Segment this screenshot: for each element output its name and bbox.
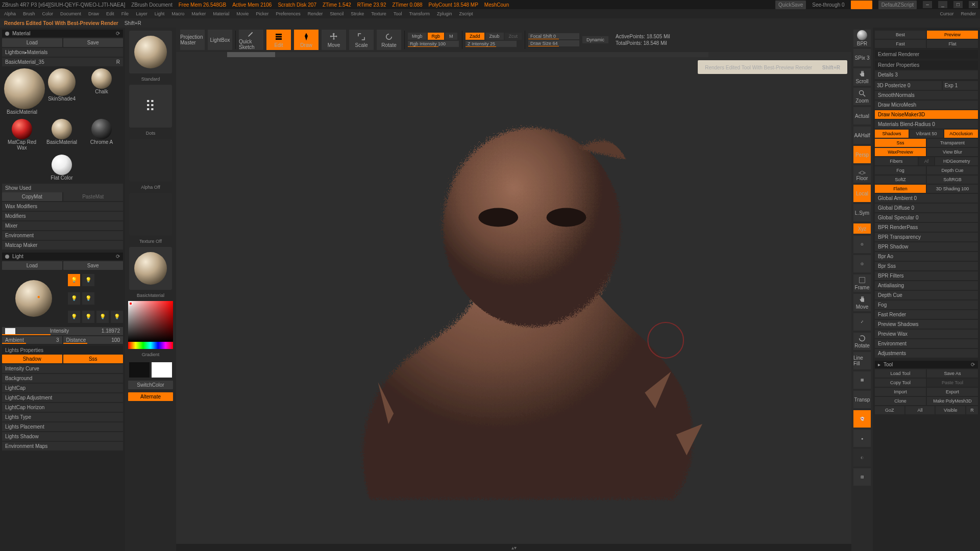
- goz-r-button[interactable]: R: [966, 406, 978, 414]
- import-button[interactable]: Import: [875, 388, 926, 396]
- hdgeo-toggle[interactable]: HDGeometry: [935, 157, 978, 165]
- flat-button[interactable]: Flat: [927, 40, 978, 48]
- section-depthcue[interactable]: Depth Cue: [875, 291, 978, 299]
- export-button[interactable]: Export: [927, 388, 978, 396]
- dynamic-button[interactable]: Dynamic: [582, 36, 608, 43]
- flatten-toggle[interactable]: Flatten: [875, 185, 926, 193]
- fibers-toggle[interactable]: Fibers: [875, 157, 918, 165]
- section-lightcap[interactable]: LightCap: [2, 384, 123, 392]
- rgb-button[interactable]: Rgb: [428, 33, 445, 40]
- goz-all-button[interactable]: All: [905, 406, 935, 414]
- aahalf-button[interactable]: AAHalf: [853, 127, 871, 144]
- render-properties[interactable]: Render Properties: [875, 61, 978, 69]
- move-mode-button[interactable]: Move: [322, 30, 346, 50]
- tool-refresh-icon[interactable]: ⟳: [971, 362, 975, 367]
- section-mixer[interactable]: Mixer: [2, 221, 123, 230]
- section-modifiers[interactable]: Modifiers: [2, 212, 123, 220]
- material-thumb[interactable]: [129, 247, 172, 290]
- polyf-button[interactable]: ▨: [853, 468, 871, 486]
- hue-strip[interactable]: [128, 342, 173, 349]
- menu-tool[interactable]: Tool: [394, 11, 402, 16]
- sss-toggle[interactable]: Sss: [63, 355, 124, 363]
- vibrant-slider[interactable]: Vibrant 50: [910, 130, 943, 138]
- alpha-thumb[interactable]: [129, 139, 172, 182]
- material-swatch[interactable]: Chalk: [84, 68, 119, 115]
- close-icon[interactable]: ✕: [969, 1, 978, 8]
- make-polymesh-button[interactable]: Make PolyMesh3D: [927, 397, 978, 405]
- pastemat-button[interactable]: PasteMat: [63, 192, 124, 201]
- menu-light[interactable]: Light: [155, 11, 165, 16]
- secondary-color-swatch[interactable]: [129, 362, 150, 378]
- section-preview-wax[interactable]: Preview Wax: [875, 330, 978, 338]
- maximize-icon[interactable]: □: [953, 1, 963, 8]
- spix-slider[interactable]: SPix 3: [853, 49, 871, 66]
- brush-thumb[interactable]: [129, 31, 172, 73]
- tool-collapse-icon[interactable]: ▸: [878, 362, 880, 367]
- color-picker[interactable]: [128, 301, 173, 349]
- goz-visible-button[interactable]: Visible: [936, 406, 965, 414]
- section-environment-maps[interactable]: Environment Maps: [2, 442, 123, 450]
- material-swatch[interactable]: BasicMaterial: [44, 119, 80, 151]
- canvas-footer[interactable]: ▴▾: [176, 544, 851, 551]
- rotate-button[interactable]: Rotate: [853, 333, 871, 350]
- lightbox-materials-button[interactable]: Lightbox▸Materials: [2, 48, 123, 57]
- sss-toggle[interactable]: Sss: [875, 139, 926, 147]
- shadow-toggle[interactable]: Shadow: [2, 355, 62, 363]
- ambient-slider[interactable]: Ambient3: [2, 336, 62, 344]
- material-swatch[interactable]: Chrome A: [84, 119, 119, 151]
- light-7-toggle[interactable]: 💡: [96, 311, 109, 323]
- light-8-toggle[interactable]: 💡: [111, 311, 123, 323]
- intensity-curve-button[interactable]: Intensity Curve: [2, 364, 123, 373]
- floor-button[interactable]: Floor: [853, 165, 871, 183]
- move-button[interactable]: Move: [853, 294, 871, 311]
- fast-button[interactable]: Fast: [875, 40, 926, 48]
- texture-thumb[interactable]: [129, 193, 172, 236]
- details-slider[interactable]: Details 3: [875, 70, 978, 79]
- section-lightcap-horizon[interactable]: LightCap Horizon: [2, 403, 123, 412]
- solo-button[interactable]: ●: [853, 430, 871, 447]
- paste-tool-button[interactable]: Paste Tool: [927, 379, 978, 387]
- right-cursor[interactable]: Cursor: [940, 11, 953, 16]
- tool-panel-header[interactable]: ▸ Tool ⟳: [875, 361, 978, 368]
- section-environment[interactable]: Environment: [2, 231, 123, 240]
- clone-button[interactable]: Clone: [875, 397, 926, 405]
- waxpreview-toggle[interactable]: WaxPreview: [875, 148, 926, 156]
- goz-button[interactable]: GoZ: [875, 406, 904, 414]
- section-bpr-filters[interactable]: BPR Filters: [875, 271, 978, 280]
- menu-color[interactable]: Color: [42, 11, 54, 16]
- draw-size-slider[interactable]: Draw Size 64: [528, 40, 579, 46]
- minimize-icon[interactable]: _: [938, 1, 947, 8]
- actual-button[interactable]: Actual: [853, 107, 871, 124]
- current-material[interactable]: BasicMaterial_35R: [2, 58, 123, 66]
- section-bpr-sss[interactable]: Bpr Sss: [875, 262, 978, 270]
- material-swatch[interactable]: MatCap Red Wax: [4, 119, 40, 151]
- material-swatch[interactable]: SkinShade4: [44, 68, 80, 115]
- section-bpr-transparency[interactable]: BPR Transparency: [875, 233, 978, 241]
- light-3-toggle[interactable]: 💡: [68, 292, 80, 305]
- menu-stroke[interactable]: Stroke: [351, 11, 364, 16]
- intensity-slider[interactable]: Intensity 1.18972: [2, 327, 123, 335]
- right-render[interactable]: Render: [961, 11, 976, 16]
- menus-toggle[interactable]: Menus: [851, 1, 872, 9]
- z-intensity-slider[interactable]: Z Intensity 25: [465, 41, 517, 47]
- material-swatch[interactable]: BasicMaterial: [4, 68, 40, 115]
- panel-collapse-icon[interactable]: ⟳: [116, 254, 120, 259]
- light-1-toggle[interactable]: 💡: [68, 274, 80, 286]
- menu-movie[interactable]: Movie: [236, 11, 249, 16]
- quicksketch-button[interactable]: Quick Sketch: [239, 30, 263, 50]
- zcut-button[interactable]: Zcut: [505, 33, 522, 40]
- hide-icon[interactable]: –: [923, 1, 932, 8]
- linefill-button[interactable]: Line Fill: [853, 352, 871, 369]
- global-specular-slider[interactable]: Global Specular 0: [875, 213, 978, 222]
- default-zscript[interactable]: DefaultZScript: [878, 1, 917, 9]
- section-adjustments[interactable]: Adjustments: [875, 349, 978, 358]
- pin-icon[interactable]: [5, 255, 9, 259]
- section-background[interactable]: Background: [2, 374, 123, 383]
- save-as-button[interactable]: Save As: [927, 369, 978, 378]
- scroll-button[interactable]: Scroll: [853, 68, 871, 86]
- global-diffuse-slider[interactable]: Global Diffuse 0: [875, 204, 978, 212]
- canvas-h-scrollbar[interactable]: [227, 52, 708, 57]
- exp-slider[interactable]: Exp 1: [943, 81, 978, 90]
- posterize-slider[interactable]: 3D Posterize 0: [875, 81, 942, 90]
- depthcue-toggle[interactable]: Depth Cue: [927, 166, 978, 174]
